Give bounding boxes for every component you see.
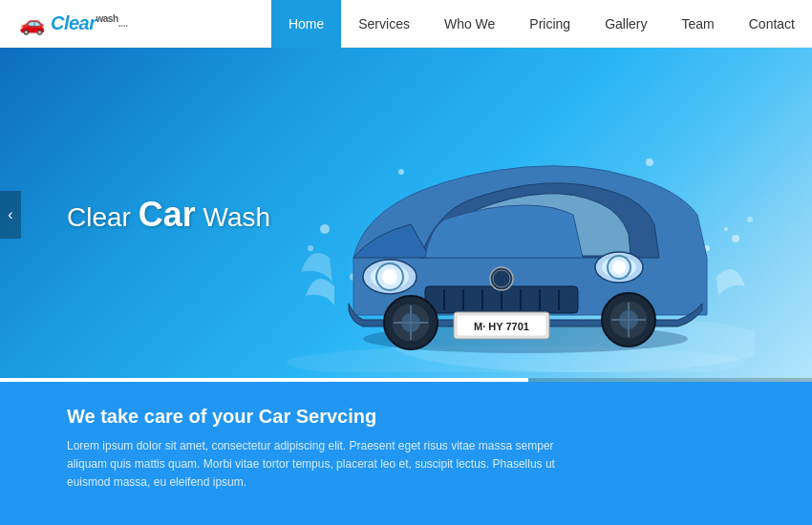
navigation: Home Services Who We Pricing Gallery Tea… (271, 0, 812, 47)
features-section: We take care of your Car Servcing Lorem … (0, 382, 812, 525)
svg-point-49 (732, 235, 739, 242)
hero-section: ‹ Clear Car Wash (0, 48, 812, 382)
svg-point-52 (646, 158, 653, 166)
svg-point-6 (724, 227, 728, 231)
svg-point-20 (490, 267, 513, 290)
hero-title-prefix: Clear (67, 202, 139, 232)
prev-slide-button[interactable]: ‹ (0, 191, 21, 239)
nav-pricing[interactable]: Pricing (512, 0, 588, 48)
slideshow-progress (0, 378, 812, 382)
svg-point-50 (747, 217, 753, 222)
features-body: Lorem ipsum dolor sit amet, consectetur … (67, 437, 564, 493)
nav-who-we[interactable]: Who We (427, 0, 512, 48)
progress-fill (0, 378, 528, 382)
svg-point-24 (382, 269, 397, 284)
svg-point-51 (398, 169, 404, 175)
hero-title-bold: Car (139, 195, 196, 234)
hero-title: Clear Car Wash (67, 195, 270, 235)
hero-text-block: Clear Car Wash (67, 195, 270, 235)
car-image: M· HY 7701 (277, 67, 755, 372)
nav-contact[interactable]: Contact (732, 0, 812, 48)
svg-text:M· HY 7701: M· HY 7701 (474, 321, 529, 332)
features-heading: We take care of your Car Servcing (67, 406, 745, 428)
svg-point-48 (308, 245, 313, 251)
logo-area: 🚗 Clearwash···· (0, 0, 191, 47)
logo-text: Clearwash···· (51, 12, 128, 34)
nav-services[interactable]: Services (341, 0, 427, 48)
svg-point-47 (320, 224, 330, 234)
nav-home[interactable]: Home (271, 0, 341, 48)
header: 🚗 Clearwash···· Home Services Who We Pri… (0, 0, 812, 48)
nav-gallery[interactable]: Gallery (588, 0, 664, 48)
svg-point-28 (612, 261, 626, 274)
car-logo-icon: 🚗 (19, 11, 45, 36)
hero-title-suffix: Wash (196, 202, 270, 232)
nav-team[interactable]: Team (665, 0, 732, 48)
